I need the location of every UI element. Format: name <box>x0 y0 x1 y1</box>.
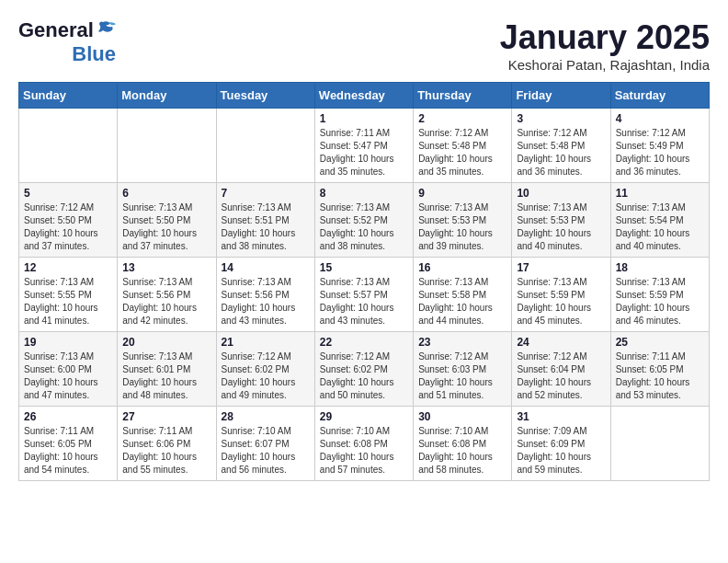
calendar-cell: 15Sunrise: 7:13 AM Sunset: 5:57 PM Dayli… <box>314 258 413 332</box>
day-info: Sunrise: 7:13 AM Sunset: 5:50 PM Dayligh… <box>122 201 210 253</box>
weekday-header-friday: Friday <box>512 83 610 109</box>
page-header: General Blue January 2025 Keshorai Patan… <box>18 18 710 73</box>
day-number: 18 <box>616 261 704 274</box>
day-number: 23 <box>418 336 506 349</box>
day-info: Sunrise: 7:11 AM Sunset: 5:47 PM Dayligh… <box>320 127 408 178</box>
day-info: Sunrise: 7:10 AM Sunset: 6:08 PM Dayligh… <box>418 425 506 477</box>
calendar-cell: 24Sunrise: 7:12 AM Sunset: 6:04 PM Dayli… <box>512 332 610 407</box>
day-number: 30 <box>418 410 506 423</box>
calendar-cell: 30Sunrise: 7:10 AM Sunset: 6:08 PM Dayli… <box>414 407 512 481</box>
day-info: Sunrise: 7:13 AM Sunset: 5:56 PM Dayligh… <box>122 276 210 327</box>
calendar-week-row: 12Sunrise: 7:13 AM Sunset: 5:55 PM Dayli… <box>19 258 710 332</box>
calendar-cell: 12Sunrise: 7:13 AM Sunset: 5:55 PM Dayli… <box>19 258 118 332</box>
day-info: Sunrise: 7:13 AM Sunset: 5:59 PM Dayligh… <box>517 276 605 327</box>
calendar-cell: 3Sunrise: 7:12 AM Sunset: 5:48 PM Daylig… <box>512 109 610 183</box>
calendar-week-row: 1Sunrise: 7:11 AM Sunset: 5:47 PM Daylig… <box>19 109 710 183</box>
logo-general-text: General <box>18 18 94 42</box>
day-info: Sunrise: 7:10 AM Sunset: 6:08 PM Dayligh… <box>320 425 408 477</box>
day-number: 25 <box>616 336 704 349</box>
day-info: Sunrise: 7:13 AM Sunset: 5:56 PM Dayligh… <box>222 276 310 327</box>
day-info: Sunrise: 7:13 AM Sunset: 5:57 PM Dayligh… <box>320 276 408 327</box>
calendar-cell: 7Sunrise: 7:13 AM Sunset: 5:51 PM Daylig… <box>216 183 314 258</box>
day-number: 26 <box>24 410 112 423</box>
weekday-header-sunday: Sunday <box>19 83 118 109</box>
calendar-cell: 16Sunrise: 7:13 AM Sunset: 5:58 PM Dayli… <box>414 258 512 332</box>
day-info: Sunrise: 7:13 AM Sunset: 5:52 PM Dayligh… <box>320 201 408 253</box>
day-info: Sunrise: 7:13 AM Sunset: 5:58 PM Dayligh… <box>418 276 506 327</box>
calendar-week-row: 19Sunrise: 7:13 AM Sunset: 6:00 PM Dayli… <box>19 332 710 407</box>
calendar-cell: 23Sunrise: 7:12 AM Sunset: 6:03 PM Dayli… <box>414 332 512 407</box>
calendar-cell: 17Sunrise: 7:13 AM Sunset: 5:59 PM Dayli… <box>512 258 610 332</box>
day-number: 3 <box>517 112 605 125</box>
day-info: Sunrise: 7:12 AM Sunset: 6:02 PM Dayligh… <box>320 350 408 402</box>
calendar-cell: 8Sunrise: 7:13 AM Sunset: 5:52 PM Daylig… <box>314 183 413 258</box>
day-number: 22 <box>320 336 408 349</box>
day-number: 11 <box>616 187 704 200</box>
calendar-cell: 13Sunrise: 7:13 AM Sunset: 5:56 PM Dayli… <box>118 258 216 332</box>
day-info: Sunrise: 7:12 AM Sunset: 5:48 PM Dayligh… <box>418 127 506 178</box>
weekday-header-monday: Monday <box>118 83 216 109</box>
logo-blue-text: Blue <box>72 42 116 66</box>
calendar-cell: 21Sunrise: 7:12 AM Sunset: 6:02 PM Dayli… <box>216 332 314 407</box>
calendar-cell <box>610 407 709 481</box>
title-section: January 2025 Keshorai Patan, Rajashtan, … <box>500 18 710 73</box>
calendar-week-row: 26Sunrise: 7:11 AM Sunset: 6:05 PM Dayli… <box>19 407 710 481</box>
calendar-cell: 19Sunrise: 7:13 AM Sunset: 6:00 PM Dayli… <box>19 332 118 407</box>
calendar-cell: 4Sunrise: 7:12 AM Sunset: 5:49 PM Daylig… <box>610 109 709 183</box>
month-title: January 2025 <box>500 18 710 57</box>
day-info: Sunrise: 7:13 AM Sunset: 5:59 PM Dayligh… <box>616 276 704 327</box>
day-info: Sunrise: 7:12 AM Sunset: 6:03 PM Dayligh… <box>418 350 506 402</box>
day-number: 16 <box>418 261 506 274</box>
day-number: 2 <box>418 112 506 125</box>
calendar-cell: 20Sunrise: 7:13 AM Sunset: 6:01 PM Dayli… <box>118 332 216 407</box>
day-info: Sunrise: 7:11 AM Sunset: 6:06 PM Dayligh… <box>122 425 210 477</box>
day-info: Sunrise: 7:11 AM Sunset: 6:05 PM Dayligh… <box>616 350 704 402</box>
day-info: Sunrise: 7:10 AM Sunset: 6:07 PM Dayligh… <box>222 425 310 477</box>
day-info: Sunrise: 7:12 AM Sunset: 5:48 PM Dayligh… <box>517 127 605 178</box>
calendar-cell: 14Sunrise: 7:13 AM Sunset: 5:56 PM Dayli… <box>216 258 314 332</box>
calendar-cell: 27Sunrise: 7:11 AM Sunset: 6:06 PM Dayli… <box>118 407 216 481</box>
calendar-cell: 28Sunrise: 7:10 AM Sunset: 6:07 PM Dayli… <box>216 407 314 481</box>
day-number: 27 <box>122 410 210 423</box>
calendar-cell <box>216 109 314 183</box>
day-number: 10 <box>517 187 605 200</box>
day-info: Sunrise: 7:13 AM Sunset: 6:01 PM Dayligh… <box>122 350 210 402</box>
calendar-cell: 11Sunrise: 7:13 AM Sunset: 5:54 PM Dayli… <box>610 183 709 258</box>
location-text: Keshorai Patan, Rajashtan, India <box>500 57 710 73</box>
day-info: Sunrise: 7:09 AM Sunset: 6:09 PM Dayligh… <box>517 425 605 477</box>
weekday-header-row: SundayMondayTuesdayWednesdayThursdayFrid… <box>19 83 710 109</box>
calendar-cell: 6Sunrise: 7:13 AM Sunset: 5:50 PM Daylig… <box>118 183 216 258</box>
day-number: 19 <box>24 336 112 349</box>
calendar-cell: 18Sunrise: 7:13 AM Sunset: 5:59 PM Dayli… <box>610 258 709 332</box>
weekday-header-thursday: Thursday <box>414 83 512 109</box>
day-number: 15 <box>320 261 408 274</box>
day-number: 7 <box>222 187 310 200</box>
calendar-table: SundayMondayTuesdayWednesdayThursdayFrid… <box>18 82 710 481</box>
day-info: Sunrise: 7:11 AM Sunset: 6:05 PM Dayligh… <box>24 425 112 477</box>
day-info: Sunrise: 7:12 AM Sunset: 6:04 PM Dayligh… <box>517 350 605 402</box>
day-number: 6 <box>122 187 210 200</box>
day-number: 21 <box>222 336 310 349</box>
day-number: 1 <box>320 112 408 125</box>
calendar-cell <box>19 109 118 183</box>
day-info: Sunrise: 7:13 AM Sunset: 5:53 PM Dayligh… <box>418 201 506 253</box>
calendar-cell: 10Sunrise: 7:13 AM Sunset: 5:53 PM Dayli… <box>512 183 610 258</box>
day-number: 8 <box>320 187 408 200</box>
day-info: Sunrise: 7:13 AM Sunset: 5:55 PM Dayligh… <box>24 276 112 327</box>
day-number: 4 <box>616 112 704 125</box>
day-number: 24 <box>517 336 605 349</box>
calendar-cell: 22Sunrise: 7:12 AM Sunset: 6:02 PM Dayli… <box>314 332 413 407</box>
day-info: Sunrise: 7:13 AM Sunset: 5:54 PM Dayligh… <box>616 201 704 253</box>
calendar-cell: 9Sunrise: 7:13 AM Sunset: 5:53 PM Daylig… <box>414 183 512 258</box>
day-number: 20 <box>122 336 210 349</box>
day-info: Sunrise: 7:12 AM Sunset: 5:49 PM Dayligh… <box>616 127 704 178</box>
day-info: Sunrise: 7:13 AM Sunset: 6:00 PM Dayligh… <box>24 350 112 402</box>
calendar-cell: 1Sunrise: 7:11 AM Sunset: 5:47 PM Daylig… <box>314 109 413 183</box>
day-number: 12 <box>24 261 112 274</box>
day-number: 31 <box>517 410 605 423</box>
day-number: 13 <box>122 261 210 274</box>
calendar-cell: 2Sunrise: 7:12 AM Sunset: 5:48 PM Daylig… <box>414 109 512 183</box>
day-info: Sunrise: 7:13 AM Sunset: 5:51 PM Dayligh… <box>222 201 310 253</box>
day-number: 9 <box>418 187 506 200</box>
day-number: 14 <box>222 261 310 274</box>
